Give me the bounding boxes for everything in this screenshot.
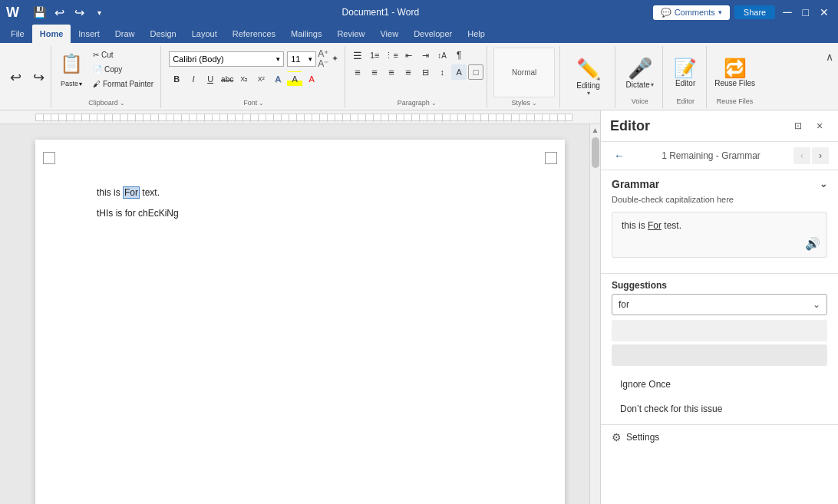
redo-button[interactable]: ↪ bbox=[70, 3, 88, 21]
comments-button[interactable]: 💬 Comments ▾ bbox=[653, 5, 730, 20]
scroll-up-button[interactable]: ▲ bbox=[592, 126, 599, 134]
editor-back-button[interactable]: ← bbox=[610, 147, 628, 165]
settings-gear-icon: ⚙ bbox=[612, 431, 622, 443]
dont-check-button[interactable]: Don’t check for this issue bbox=[612, 398, 827, 420]
show-marks-button[interactable]: ¶ bbox=[451, 48, 467, 63]
ribbon-group-font: Calibri (Body) ▾ 11 ▾ A⁺ A⁻ ✦ bbox=[163, 46, 345, 108]
tab-references[interactable]: References bbox=[225, 25, 283, 43]
comments-dropdown-icon: ▾ bbox=[718, 8, 722, 16]
justify-button[interactable]: ≡ bbox=[401, 64, 416, 80]
editor-resize-button[interactable]: ⊡ bbox=[789, 117, 807, 135]
strikethrough-button[interactable]: abc bbox=[219, 71, 235, 87]
font-size-increase-button[interactable]: A⁺ bbox=[318, 49, 328, 58]
sort-button[interactable]: ↕A bbox=[434, 48, 450, 63]
decrease-indent-button[interactable]: ⇤ bbox=[401, 48, 416, 63]
tab-layout[interactable]: Layout bbox=[184, 25, 225, 43]
suggestion-dropdown[interactable]: for ⌄ bbox=[612, 294, 827, 315]
undo-ribbon-button[interactable]: ↩ bbox=[5, 67, 26, 88]
qat-dropdown[interactable]: ▾ bbox=[90, 3, 108, 21]
tab-mailings[interactable]: Mailings bbox=[283, 25, 329, 43]
font-size-steppers: A⁺ A⁻ bbox=[318, 49, 328, 68]
editor-ribbon-icon: 📝 bbox=[674, 58, 697, 79]
multilevel-button[interactable]: ⋮≡ bbox=[384, 48, 399, 63]
editor-prev-button[interactable]: ‹ bbox=[793, 147, 810, 164]
tab-home[interactable]: Home bbox=[32, 25, 71, 43]
styles-gallery[interactable]: Normal bbox=[493, 48, 555, 97]
increase-indent-button[interactable]: ⇥ bbox=[417, 48, 433, 63]
restore-button[interactable]: □ bbox=[800, 6, 812, 18]
paragraph-expand-icon[interactable]: ⌄ bbox=[431, 100, 437, 107]
share-button[interactable]: Share bbox=[734, 5, 775, 19]
font-size-decrease-button[interactable]: A⁻ bbox=[318, 59, 328, 68]
audio-icon[interactable]: 🔊 bbox=[805, 236, 820, 251]
tab-file[interactable]: File bbox=[3, 25, 32, 43]
font-name-row: Calibri (Body) ▾ 11 ▾ A⁺ A⁻ ✦ bbox=[169, 49, 338, 68]
clipboard-expand-icon[interactable]: ⌄ bbox=[120, 100, 125, 107]
ruler-bar bbox=[35, 114, 572, 121]
save-button[interactable]: 💾 bbox=[30, 3, 48, 21]
bold-button[interactable]: B bbox=[169, 71, 184, 87]
ribbon-group-undo: ↩ ↪ bbox=[3, 46, 51, 108]
tab-design[interactable]: Design bbox=[142, 25, 183, 43]
clear-formatting-button[interactable]: ✦ bbox=[332, 54, 338, 64]
font-name-dropdown[interactable]: Calibri (Body) ▾ bbox=[169, 51, 284, 67]
editing-icon: ✏️ bbox=[576, 58, 601, 81]
format-painter-button[interactable]: 🖌Format Painter bbox=[89, 77, 157, 91]
settings-row[interactable]: ⚙ Settings bbox=[601, 424, 838, 450]
editor-close-button[interactable]: × bbox=[810, 117, 829, 135]
scrollbar-thumb[interactable] bbox=[592, 137, 599, 168]
paragraph-buttons: ☰ 1≡ ⋮≡ ⇤ ⇥ ↕A ¶ ≡ ≡ ≡ ≡ ⊟ ↕ A □ bbox=[350, 48, 483, 97]
superscript-button[interactable]: X² bbox=[253, 71, 269, 87]
tab-help[interactable]: Help bbox=[460, 25, 493, 43]
redo-ribbon-button[interactable]: ↪ bbox=[28, 67, 49, 88]
numbering-button[interactable]: 1≡ bbox=[367, 48, 382, 63]
tab-developer[interactable]: Developer bbox=[406, 25, 460, 43]
font-expand-icon[interactable]: ⌄ bbox=[259, 100, 264, 107]
font-color-button[interactable]: A bbox=[304, 71, 319, 87]
styles-group-label: Styles ⌄ bbox=[511, 97, 537, 107]
columns-button[interactable]: ⊟ bbox=[417, 64, 433, 80]
styles-expand-icon[interactable]: ⌄ bbox=[532, 100, 537, 107]
align-right-button[interactable]: ≡ bbox=[384, 64, 399, 80]
tab-review[interactable]: Review bbox=[329, 25, 372, 43]
ribbon-group-reuse: 🔁 Reuse Files Reuse Files bbox=[708, 46, 761, 108]
minimize-button[interactable]: ─ bbox=[780, 5, 794, 19]
grammar-expand-icon[interactable]: ⌄ bbox=[820, 179, 827, 189]
dictate-button[interactable]: 🎤 Dictate ▾ bbox=[626, 49, 654, 96]
undo-button[interactable]: ↩ bbox=[50, 3, 68, 21]
editing-button[interactable]: ✏️ Editing ▾ bbox=[576, 49, 601, 105]
subscript-button[interactable]: X₂ bbox=[236, 71, 252, 87]
vertical-scrollbar[interactable]: ▲ ▼ bbox=[589, 124, 600, 504]
ignore-once-button[interactable]: Ignore Once bbox=[612, 374, 827, 395]
ribbon-collapse-button[interactable]: ∧ bbox=[824, 49, 835, 64]
tab-insert[interactable]: Insert bbox=[71, 25, 107, 43]
tab-draw[interactable]: Draw bbox=[107, 25, 143, 43]
font-size-input[interactable]: 11 ▾ bbox=[287, 51, 316, 67]
editor-remaining-text: 1 Remaining - Grammar bbox=[632, 150, 790, 161]
paste-dropdown-icon[interactable]: ▾ bbox=[79, 81, 82, 87]
text-effects-button[interactable]: A bbox=[270, 71, 285, 87]
shading-button[interactable]: A bbox=[451, 64, 467, 80]
ribbon-group-paragraph: ☰ 1≡ ⋮≡ ⇤ ⇥ ↕A ¶ ≡ ≡ ≡ ≡ ⊟ ↕ A □ bbox=[347, 46, 487, 108]
line-spacing-button[interactable]: ↕ bbox=[434, 64, 450, 80]
close-button[interactable]: ✕ bbox=[817, 6, 832, 18]
cut-button[interactable]: ✂Cut bbox=[89, 48, 157, 61]
editor-ribbon-button[interactable]: 📝 Editor bbox=[674, 49, 697, 96]
editor-next-button[interactable]: › bbox=[812, 147, 829, 164]
tab-view[interactable]: View bbox=[372, 25, 406, 43]
reuse-group-label: Reuse Files bbox=[717, 96, 754, 105]
paste-button[interactable]: 📋 bbox=[56, 48, 87, 80]
align-left-button[interactable]: ≡ bbox=[350, 64, 365, 80]
borders-button[interactable]: □ bbox=[468, 64, 483, 80]
dictate-label-row: Dictate ▾ bbox=[626, 81, 654, 89]
document-text[interactable]: this is For text. tHIs is for chEcKiNg bbox=[97, 186, 503, 221]
bullets-button[interactable]: ☰ bbox=[350, 48, 365, 63]
copy-button[interactable]: 📄Copy bbox=[89, 62, 157, 76]
reuse-files-button[interactable]: 🔁 Reuse Files bbox=[714, 49, 755, 96]
underline-button[interactable]: U bbox=[203, 71, 218, 87]
document-scroll[interactable]: this is For text. tHIs is for chEcKiNg bbox=[0, 124, 600, 504]
center-button[interactable]: ≡ bbox=[367, 64, 382, 80]
suggestion-text: for bbox=[619, 299, 813, 310]
italic-button[interactable]: I bbox=[186, 71, 201, 87]
highlight-button[interactable]: A bbox=[287, 71, 302, 87]
